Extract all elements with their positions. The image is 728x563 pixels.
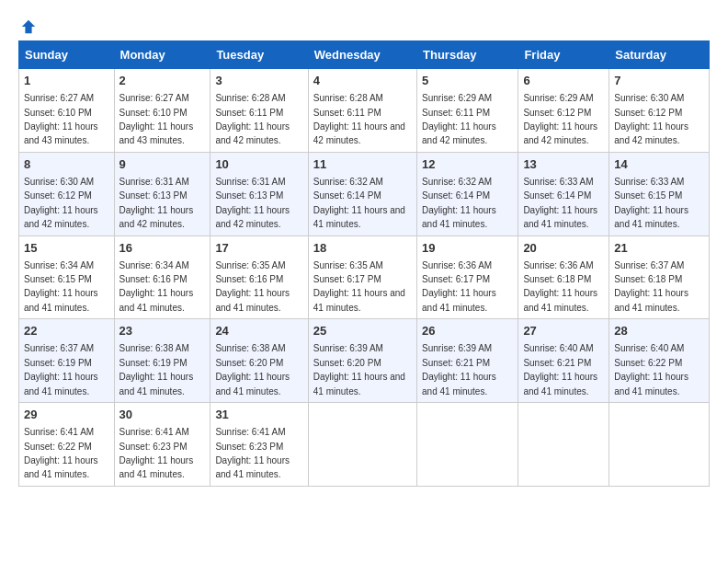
day-number: 14	[614, 156, 704, 173]
day-info: Sunrise: 6:35 AMSunset: 6:17 PMDaylight:…	[313, 260, 405, 313]
table-row: 1Sunrise: 6:27 AMSunset: 6:10 PMDaylight…	[19, 69, 115, 153]
table-row: 4Sunrise: 6:28 AMSunset: 6:11 PMDaylight…	[308, 69, 416, 153]
table-row: 24Sunrise: 6:38 AMSunset: 6:20 PMDayligh…	[210, 319, 308, 403]
day-info: Sunrise: 6:27 AMSunset: 6:10 PMDaylight:…	[24, 93, 98, 145]
day-number: 5	[422, 73, 513, 89]
day-number: 8	[24, 156, 109, 173]
day-info: Sunrise: 6:34 AMSunset: 6:15 PMDaylight:…	[24, 260, 98, 313]
table-row: 9Sunrise: 6:31 AMSunset: 6:13 PMDaylight…	[114, 152, 210, 236]
day-info: Sunrise: 6:29 AMSunset: 6:11 PMDaylight:…	[422, 93, 496, 145]
day-number: 4	[313, 73, 412, 89]
table-row: 22Sunrise: 6:37 AMSunset: 6:19 PMDayligh…	[19, 319, 115, 403]
table-row: 18Sunrise: 6:35 AMSunset: 6:17 PMDayligh…	[308, 236, 416, 319]
table-row	[609, 403, 710, 487]
day-number: 6	[523, 73, 604, 89]
day-number: 22	[24, 323, 109, 339]
calendar-header-row: SundayMondayTuesdayWednesdayThursdayFrid…	[19, 41, 710, 69]
table-row: 16Sunrise: 6:34 AMSunset: 6:16 PMDayligh…	[114, 236, 210, 319]
day-number: 11	[313, 156, 412, 173]
table-row	[308, 403, 416, 487]
header-friday: Friday	[518, 41, 609, 69]
day-info: Sunrise: 6:30 AMSunset: 6:12 PMDaylight:…	[614, 93, 688, 145]
header-monday: Monday	[114, 41, 210, 69]
day-info: Sunrise: 6:37 AMSunset: 6:19 PMDaylight:…	[24, 343, 98, 396]
day-number: 25	[313, 323, 412, 339]
day-info: Sunrise: 6:31 AMSunset: 6:13 PMDaylight:…	[215, 177, 290, 229]
day-info: Sunrise: 6:32 AMSunset: 6:14 PMDaylight:…	[313, 177, 405, 229]
day-info: Sunrise: 6:36 AMSunset: 6:17 PMDaylight:…	[422, 260, 496, 313]
page-header	[18, 18, 710, 31]
day-number: 30	[119, 407, 206, 423]
day-number: 7	[614, 73, 704, 89]
table-row: 6Sunrise: 6:29 AMSunset: 6:12 PMDaylight…	[518, 69, 609, 153]
header-thursday: Thursday	[417, 41, 518, 69]
logo-icon	[20, 18, 37, 35]
header-tuesday: Tuesday	[210, 41, 308, 69]
day-number: 29	[24, 407, 109, 423]
day-number: 26	[422, 323, 513, 339]
table-row	[518, 403, 609, 487]
header-wednesday: Wednesday	[308, 41, 416, 69]
table-row: 13Sunrise: 6:33 AMSunset: 6:14 PMDayligh…	[518, 152, 609, 236]
table-row	[417, 403, 518, 487]
day-number: 31	[215, 407, 302, 423]
day-number: 16	[119, 240, 206, 257]
day-number: 27	[523, 323, 604, 339]
table-row: 8Sunrise: 6:30 AMSunset: 6:12 PMDaylight…	[19, 152, 115, 236]
table-row: 2Sunrise: 6:27 AMSunset: 6:10 PMDaylight…	[114, 69, 210, 153]
week-row-3: 15Sunrise: 6:34 AMSunset: 6:15 PMDayligh…	[19, 236, 710, 319]
table-row: 14Sunrise: 6:33 AMSunset: 6:15 PMDayligh…	[609, 152, 710, 236]
day-info: Sunrise: 6:36 AMSunset: 6:18 PMDaylight:…	[523, 260, 597, 313]
day-number: 21	[614, 240, 704, 257]
day-info: Sunrise: 6:41 AMSunset: 6:23 PMDaylight:…	[119, 427, 194, 479]
day-number: 20	[523, 240, 604, 257]
day-info: Sunrise: 6:41 AMSunset: 6:23 PMDaylight:…	[215, 427, 290, 479]
table-row: 26Sunrise: 6:39 AMSunset: 6:21 PMDayligh…	[417, 319, 518, 403]
day-number: 13	[523, 156, 604, 173]
table-row: 30Sunrise: 6:41 AMSunset: 6:23 PMDayligh…	[114, 403, 210, 487]
table-row: 23Sunrise: 6:38 AMSunset: 6:19 PMDayligh…	[114, 319, 210, 403]
day-info: Sunrise: 6:33 AMSunset: 6:15 PMDaylight:…	[614, 177, 688, 229]
table-row: 15Sunrise: 6:34 AMSunset: 6:15 PMDayligh…	[19, 236, 115, 319]
week-row-4: 22Sunrise: 6:37 AMSunset: 6:19 PMDayligh…	[19, 319, 710, 403]
day-number: 3	[215, 73, 302, 89]
week-row-5: 29Sunrise: 6:41 AMSunset: 6:22 PMDayligh…	[19, 403, 710, 487]
day-info: Sunrise: 6:38 AMSunset: 6:19 PMDaylight:…	[119, 343, 194, 396]
logo	[18, 18, 37, 31]
day-info: Sunrise: 6:39 AMSunset: 6:21 PMDaylight:…	[422, 343, 496, 396]
day-number: 18	[313, 240, 412, 257]
table-row: 3Sunrise: 6:28 AMSunset: 6:11 PMDaylight…	[210, 69, 308, 153]
day-info: Sunrise: 6:29 AMSunset: 6:12 PMDaylight:…	[523, 93, 597, 145]
table-row: 17Sunrise: 6:35 AMSunset: 6:16 PMDayligh…	[210, 236, 308, 319]
week-row-1: 1Sunrise: 6:27 AMSunset: 6:10 PMDaylight…	[19, 69, 710, 153]
day-info: Sunrise: 6:28 AMSunset: 6:11 PMDaylight:…	[215, 93, 290, 145]
table-row: 25Sunrise: 6:39 AMSunset: 6:20 PMDayligh…	[308, 319, 416, 403]
day-info: Sunrise: 6:27 AMSunset: 6:10 PMDaylight:…	[119, 93, 194, 145]
day-number: 12	[422, 156, 513, 173]
svg-marker-0	[22, 20, 35, 33]
day-number: 24	[215, 323, 302, 339]
day-info: Sunrise: 6:40 AMSunset: 6:21 PMDaylight:…	[523, 343, 597, 396]
table-row: 19Sunrise: 6:36 AMSunset: 6:17 PMDayligh…	[417, 236, 518, 319]
calendar-table: SundayMondayTuesdayWednesdayThursdayFrid…	[18, 40, 710, 487]
table-row: 27Sunrise: 6:40 AMSunset: 6:21 PMDayligh…	[518, 319, 609, 403]
day-info: Sunrise: 6:39 AMSunset: 6:20 PMDaylight:…	[313, 343, 405, 396]
table-row: 21Sunrise: 6:37 AMSunset: 6:18 PMDayligh…	[609, 236, 710, 319]
table-row: 10Sunrise: 6:31 AMSunset: 6:13 PMDayligh…	[210, 152, 308, 236]
day-number: 28	[614, 323, 704, 339]
header-sunday: Sunday	[19, 41, 115, 69]
day-number: 17	[215, 240, 302, 257]
day-number: 1	[24, 73, 109, 89]
day-info: Sunrise: 6:37 AMSunset: 6:18 PMDaylight:…	[614, 260, 688, 313]
day-info: Sunrise: 6:40 AMSunset: 6:22 PMDaylight:…	[614, 343, 688, 396]
day-info: Sunrise: 6:34 AMSunset: 6:16 PMDaylight:…	[119, 260, 194, 313]
day-number: 19	[422, 240, 513, 257]
table-row: 7Sunrise: 6:30 AMSunset: 6:12 PMDaylight…	[609, 69, 710, 153]
day-info: Sunrise: 6:38 AMSunset: 6:20 PMDaylight:…	[215, 343, 290, 396]
day-info: Sunrise: 6:41 AMSunset: 6:22 PMDaylight:…	[24, 427, 98, 479]
day-number: 2	[119, 73, 206, 89]
day-number: 9	[119, 156, 206, 173]
day-info: Sunrise: 6:28 AMSunset: 6:11 PMDaylight:…	[313, 93, 405, 145]
day-info: Sunrise: 6:33 AMSunset: 6:14 PMDaylight:…	[523, 177, 597, 229]
table-row: 20Sunrise: 6:36 AMSunset: 6:18 PMDayligh…	[518, 236, 609, 319]
